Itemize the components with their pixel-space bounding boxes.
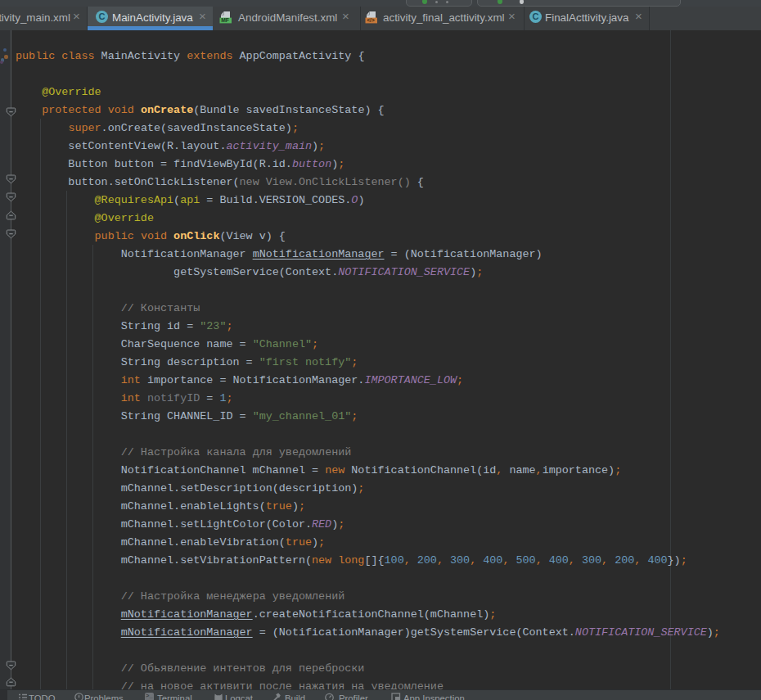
- svg-text:MF: MF: [221, 17, 229, 23]
- svg-text:</>: </>: [367, 17, 375, 23]
